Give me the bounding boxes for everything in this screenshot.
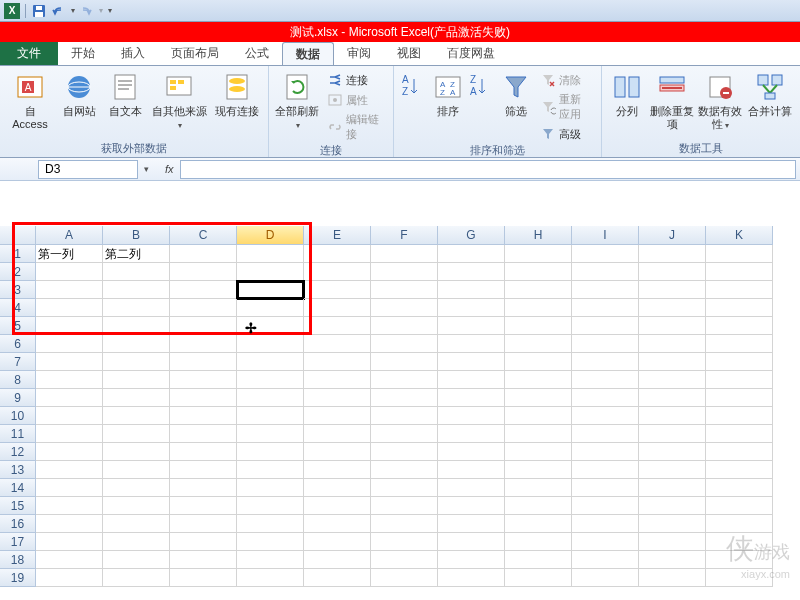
cell-K18[interactable] <box>706 551 773 569</box>
cell-A2[interactable] <box>36 263 103 281</box>
cell-D8[interactable] <box>237 371 304 389</box>
cell-J7[interactable] <box>639 353 706 371</box>
col-header-I[interactable]: I <box>572 226 639 245</box>
cell-A7[interactable] <box>36 353 103 371</box>
cell-C3[interactable] <box>170 281 237 299</box>
row-header[interactable]: 16 <box>0 515 36 533</box>
cell-G9[interactable] <box>438 389 505 407</box>
cell-B7[interactable] <box>103 353 170 371</box>
cell-I2[interactable] <box>572 263 639 281</box>
cell-F4[interactable] <box>371 299 438 317</box>
row-header[interactable]: 13 <box>0 461 36 479</box>
row-header[interactable]: 5 <box>0 317 36 335</box>
cell-E5[interactable] <box>304 317 371 335</box>
cell-A18[interactable] <box>36 551 103 569</box>
cell-H5[interactable] <box>505 317 572 335</box>
cell-E15[interactable] <box>304 497 371 515</box>
cell-A19[interactable] <box>36 569 103 587</box>
cell-J4[interactable] <box>639 299 706 317</box>
cell-B4[interactable] <box>103 299 170 317</box>
cell-G8[interactable] <box>438 371 505 389</box>
tab-data[interactable]: 数据 <box>282 42 334 65</box>
cell-F1[interactable] <box>371 245 438 263</box>
cell-E4[interactable] <box>304 299 371 317</box>
tab-file[interactable]: 文件 <box>0 42 58 65</box>
cell-B12[interactable] <box>103 443 170 461</box>
cell-I13[interactable] <box>572 461 639 479</box>
cell-H14[interactable] <box>505 479 572 497</box>
cell-B9[interactable] <box>103 389 170 407</box>
cell-C12[interactable] <box>170 443 237 461</box>
cell-D18[interactable] <box>237 551 304 569</box>
tab-formulas[interactable]: 公式 <box>232 42 282 65</box>
redo-icon[interactable] <box>78 3 94 19</box>
cell-F9[interactable] <box>371 389 438 407</box>
cell-H11[interactable] <box>505 425 572 443</box>
cell-C14[interactable] <box>170 479 237 497</box>
row-header[interactable]: 1 <box>0 245 36 263</box>
cell-A10[interactable] <box>36 407 103 425</box>
tab-layout[interactable]: 页面布局 <box>158 42 232 65</box>
cell-H15[interactable] <box>505 497 572 515</box>
cell-H12[interactable] <box>505 443 572 461</box>
cell-E7[interactable] <box>304 353 371 371</box>
cell-I1[interactable] <box>572 245 639 263</box>
cell-F2[interactable] <box>371 263 438 281</box>
cell-H8[interactable] <box>505 371 572 389</box>
col-header-E[interactable]: E <box>304 226 371 245</box>
cell-H10[interactable] <box>505 407 572 425</box>
cell-E17[interactable] <box>304 533 371 551</box>
select-all-corner[interactable] <box>0 226 36 245</box>
cell-I10[interactable] <box>572 407 639 425</box>
cell-D1[interactable] <box>237 245 304 263</box>
text-to-columns-button[interactable]: 分列 <box>608 69 646 118</box>
cell-E8[interactable] <box>304 371 371 389</box>
cell-G2[interactable] <box>438 263 505 281</box>
sort-asc-button[interactable]: AZ <box>400 69 428 105</box>
namebox-dropdown[interactable]: ▾ <box>138 164 155 174</box>
cell-D5[interactable] <box>237 317 304 335</box>
cell-E1[interactable] <box>304 245 371 263</box>
cell-C19[interactable] <box>170 569 237 587</box>
cell-C2[interactable] <box>170 263 237 281</box>
cell-I15[interactable] <box>572 497 639 515</box>
cell-J1[interactable] <box>639 245 706 263</box>
cell-F11[interactable] <box>371 425 438 443</box>
cell-C17[interactable] <box>170 533 237 551</box>
col-header-B[interactable]: B <box>103 226 170 245</box>
cell-D9[interactable] <box>237 389 304 407</box>
cell-A4[interactable] <box>36 299 103 317</box>
cell-K3[interactable] <box>706 281 773 299</box>
cell-K10[interactable] <box>706 407 773 425</box>
col-header-G[interactable]: G <box>438 226 505 245</box>
cell-J11[interactable] <box>639 425 706 443</box>
cell-G12[interactable] <box>438 443 505 461</box>
cell-H3[interactable] <box>505 281 572 299</box>
tab-view[interactable]: 视图 <box>384 42 434 65</box>
cell-G6[interactable] <box>438 335 505 353</box>
tab-insert[interactable]: 插入 <box>108 42 158 65</box>
cell-F14[interactable] <box>371 479 438 497</box>
cell-H7[interactable] <box>505 353 572 371</box>
cell-J13[interactable] <box>639 461 706 479</box>
row-header[interactable]: 8 <box>0 371 36 389</box>
row-header[interactable]: 19 <box>0 569 36 587</box>
cell-B1[interactable]: 第二列 <box>103 245 170 263</box>
cell-J12[interactable] <box>639 443 706 461</box>
existing-conn-button[interactable]: 现有连接 <box>212 69 262 118</box>
row-header[interactable]: 4 <box>0 299 36 317</box>
cell-A15[interactable] <box>36 497 103 515</box>
cell-C18[interactable] <box>170 551 237 569</box>
from-text-button[interactable]: 自文本 <box>104 69 146 118</box>
row-header[interactable]: 12 <box>0 443 36 461</box>
cell-B19[interactable] <box>103 569 170 587</box>
cell-D11[interactable] <box>237 425 304 443</box>
cell-D12[interactable] <box>237 443 304 461</box>
cell-D2[interactable] <box>237 263 304 281</box>
cell-F6[interactable] <box>371 335 438 353</box>
cell-G16[interactable] <box>438 515 505 533</box>
cell-C10[interactable] <box>170 407 237 425</box>
cell-I3[interactable] <box>572 281 639 299</box>
cell-H18[interactable] <box>505 551 572 569</box>
cell-C13[interactable] <box>170 461 237 479</box>
